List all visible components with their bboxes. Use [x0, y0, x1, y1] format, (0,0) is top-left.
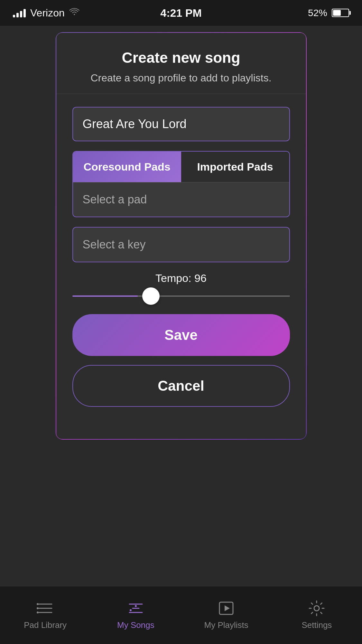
- coresound-pads-tab[interactable]: Coresound Pads: [73, 152, 181, 182]
- battery-percent: 52%: [308, 7, 327, 18]
- modal-body: Coresound Pads Imported Pads Select a pa…: [56, 94, 306, 420]
- imported-pads-tab[interactable]: Imported Pads: [181, 152, 289, 182]
- svg-point-1: [37, 603, 39, 605]
- svg-point-5: [37, 611, 39, 613]
- tempo-slider[interactable]: [72, 295, 290, 297]
- time-display: 4:21 PM: [160, 7, 202, 19]
- settings-label: Settings: [302, 620, 332, 630]
- svg-point-10: [130, 609, 132, 611]
- svg-point-8: [135, 605, 137, 607]
- nav-item-pad-library[interactable]: Pad Library: [0, 600, 90, 630]
- modal-header: Create new song Create a song profile to…: [56, 33, 306, 94]
- my-songs-label: My Songs: [117, 620, 154, 630]
- tempo-label: Tempo: 96: [72, 272, 290, 285]
- save-button[interactable]: Save: [72, 314, 290, 356]
- my-songs-icon: [126, 600, 145, 616]
- status-right: 52%: [308, 7, 349, 18]
- pad-library-icon: [36, 600, 55, 616]
- settings-icon: [307, 600, 326, 616]
- nav-item-my-songs[interactable]: My Songs: [90, 600, 181, 630]
- modal-overlay: Create new song Create a song profile to…: [0, 26, 362, 586]
- create-song-modal: Create new song Create a song profile to…: [56, 32, 307, 440]
- svg-point-3: [37, 607, 39, 609]
- cancel-button[interactable]: Cancel: [72, 365, 290, 407]
- svg-point-13: [314, 606, 319, 611]
- svg-marker-12: [225, 605, 230, 611]
- my-playlists-label: My Playlists: [204, 620, 248, 630]
- select-pad-dropdown[interactable]: Select a pad: [73, 182, 289, 217]
- modal-title: Create new song: [69, 49, 293, 66]
- signal-icon: [13, 8, 26, 17]
- pad-type-selector: Coresound Pads Imported Pads Select a pa…: [72, 151, 290, 217]
- nav-item-settings[interactable]: Settings: [272, 600, 362, 630]
- nav-item-my-playlists[interactable]: My Playlists: [181, 600, 272, 630]
- modal-subtitle: Create a song profile to add to playlist…: [69, 72, 293, 84]
- select-key-dropdown[interactable]: Select a key: [72, 227, 290, 262]
- pad-library-label: Pad Library: [24, 620, 67, 630]
- status-left: Verizon: [13, 7, 79, 19]
- bottom-nav: Pad Library My Songs My Playlists: [0, 586, 362, 644]
- wifi-icon: [69, 7, 79, 19]
- status-bar: Verizon 4:21 PM 52%: [0, 0, 362, 26]
- my-playlists-icon: [217, 600, 236, 616]
- battery-icon: [332, 9, 349, 17]
- pad-toggle-tabs: Coresound Pads Imported Pads: [73, 152, 289, 182]
- song-name-input[interactable]: [72, 107, 290, 141]
- carrier-label: Verizon: [30, 7, 65, 19]
- tempo-section: Tempo: 96: [72, 272, 290, 298]
